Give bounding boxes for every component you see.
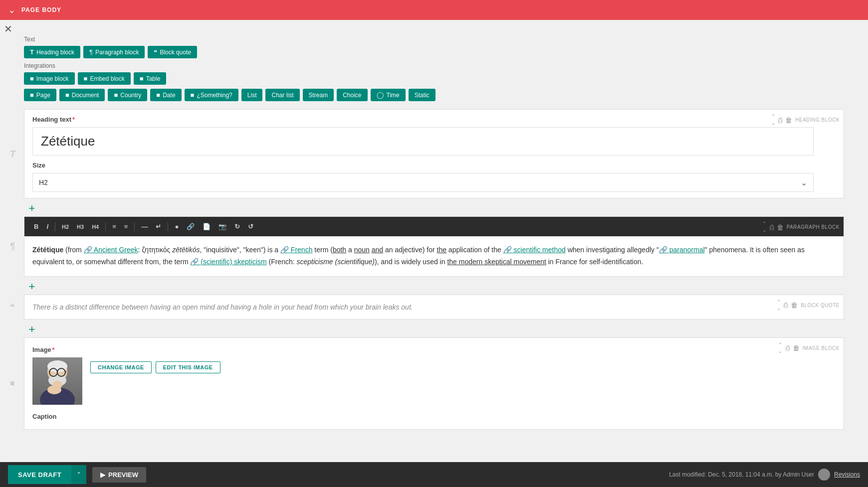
blockquote-updown[interactable]: ⌃ ⌄ — [777, 299, 781, 312]
paragraph-block-delete-icon[interactable]: 🗑 — [777, 223, 784, 231]
image-block-label-text: IMAGE BLOCK — [803, 345, 840, 351]
choice-block-btn[interactable]: Choice — [337, 89, 367, 101]
french-link[interactable]: 🔗 French — [280, 246, 312, 254]
integrations-blocks-row: ■ Image block ■ Embed block ■ Table — [24, 72, 852, 85]
chevron-up-icon[interactable]: ⌃ — [771, 114, 776, 120]
image-block-copy-icon[interactable]: ⎙ — [786, 344, 790, 352]
page-icon: ■ — [30, 91, 34, 99]
add-block-button-3[interactable]: + — [26, 324, 38, 335]
image-insert-button[interactable]: 📷 — [215, 221, 230, 232]
blockquote-side-icon: ❝ — [10, 302, 15, 313]
image-controls: CHANGE IMAGE EDIT THIS IMAGE — [90, 361, 220, 373]
image-block-delete-icon[interactable]: 🗑 — [793, 344, 800, 352]
document-block-btn[interactable]: ■ Document — [59, 89, 105, 101]
para-chevron-up-icon[interactable]: ⌃ — [762, 221, 767, 227]
close-button[interactable]: ✕ — [4, 24, 12, 34]
country-icon: ■ — [114, 91, 118, 99]
list-block-btn[interactable]: List — [241, 89, 263, 101]
heading-block-label-text: HEADING BLOCK — [795, 117, 840, 123]
heading-block-delete-icon[interactable]: 🗑 — [785, 116, 792, 124]
add-block-area-3: + — [24, 324, 844, 333]
image-block-content: Image* — [24, 338, 844, 413]
edit-image-button[interactable]: EDIT THIS IMAGE — [156, 361, 220, 373]
paragraph-block-copy-icon[interactable]: ⎙ — [770, 223, 774, 231]
hr-button[interactable]: — — [138, 221, 151, 232]
embed-block-btn[interactable]: ■ Embed block — [78, 72, 131, 85]
scientific-method-link[interactable]: 🔗 scientific method — [503, 246, 566, 254]
date-block-btn[interactable]: ■ Date — [150, 89, 181, 101]
blockquote-block-btn[interactable]: ❝ Block quote — [148, 46, 197, 58]
add-block-button-1[interactable]: + — [26, 202, 38, 214]
person-image-svg — [32, 357, 82, 405]
date-icon: ■ — [156, 91, 160, 99]
h4-button[interactable]: H4 — [88, 222, 102, 232]
enter-button[interactable]: ↵ — [152, 221, 165, 232]
static-block-btn[interactable]: Static — [409, 89, 435, 101]
quote-chevron-down-icon[interactable]: ⌄ — [777, 306, 781, 312]
paragraph-block-btn[interactable]: ¶ Paragraph block — [83, 46, 145, 58]
add-block-button-2[interactable]: + — [26, 281, 38, 293]
paragraph-content[interactable]: Zététique (from 🔗 Ancient Greek: ζητητικ… — [24, 236, 844, 276]
blockquote-copy-icon[interactable]: ⎙ — [784, 301, 788, 309]
chevron-down-icon[interactable]: ⌄ — [771, 120, 776, 126]
collapse-icon[interactable]: ⌄ — [8, 4, 15, 15]
size-field: Size H2 H1 H3 H4 H5 H6 ⌄ — [32, 162, 814, 192]
page-block-btn[interactable]: ■ Page — [24, 89, 56, 101]
something-block-btn[interactable]: ■ ¿Something? — [185, 89, 238, 101]
h3-button[interactable]: H3 — [73, 222, 87, 232]
file-button[interactable]: 📄 — [199, 221, 214, 232]
image-block-updown[interactable]: ⌃ ⌄ — [778, 342, 783, 354]
paragraph-block-updown[interactable]: ⌃ ⌄ — [762, 221, 767, 233]
reload-button[interactable]: ● — [171, 221, 182, 232]
paranormal-link[interactable]: 🔗 paranormal — [659, 246, 705, 254]
image-block-label-area: ⌃ ⌄ ⎙ 🗑 IMAGE BLOCK — [778, 342, 840, 354]
image-main-area: CHANGE IMAGE EDIT THIS IMAGE — [32, 357, 836, 405]
heading-block-copy-icon[interactable]: ⎙ — [778, 116, 782, 124]
heading-block: Heading text* Size H2 H1 H3 H4 H5 — [24, 109, 844, 198]
bold-button[interactable]: B — [30, 221, 42, 232]
paragraph-block-label-text: PARAGRAPH BLOCK — [787, 224, 840, 230]
para-chevron-down-icon[interactable]: ⌄ — [762, 227, 767, 233]
redo-button[interactable]: ↺ — [244, 221, 257, 232]
caption-label: Caption — [32, 413, 836, 420]
size-select-wrapper: H2 H1 H3 H4 H5 H6 ⌄ — [32, 173, 814, 192]
heading-icon: T — [30, 48, 34, 56]
heading-block-updown[interactable]: ⌃ ⌄ — [771, 114, 776, 126]
heading-text-input[interactable] — [32, 127, 814, 156]
ul-button[interactable]: ≡ — [109, 221, 120, 232]
top-bar: ⌄ PAGE BODY — [0, 0, 868, 20]
toolbar-divider-1 — [55, 222, 55, 231]
h2-button[interactable]: H2 — [58, 222, 72, 232]
table-block-btn[interactable]: ■ Table — [134, 72, 167, 85]
blockquote-delete-icon[interactable]: 🗑 — [791, 301, 798, 309]
image-buttons-area: CHANGE IMAGE EDIT THIS IMAGE — [90, 357, 220, 373]
toolbar-divider-4 — [168, 222, 168, 231]
italic-button[interactable]: I — [43, 221, 52, 232]
charlist-block-btn[interactable]: Char list — [265, 89, 299, 101]
stream-block-btn[interactable]: Stream — [303, 89, 334, 101]
blockquote-container: ❝ There is a distinct difference between… — [24, 295, 844, 320]
block-quote-block: There is a distinct difference between h… — [24, 295, 844, 320]
size-select[interactable]: H2 H1 H3 H4 H5 H6 — [33, 173, 813, 191]
skepticism-link[interactable]: 🔗 (scientific) skepticism — [190, 258, 266, 266]
content-area: T Heading text* Size H2 H1 H3 — [24, 109, 844, 430]
image-block-btn[interactable]: ■ Image block — [24, 72, 75, 85]
image-thumbnail — [32, 357, 82, 405]
more-blocks-row: ■ Page ■ Document ■ Country ■ Date ■ ¿So… — [24, 89, 852, 101]
change-image-button[interactable]: CHANGE IMAGE — [90, 361, 152, 373]
undo-button[interactable]: ↻ — [231, 221, 243, 232]
size-label: Size — [32, 162, 814, 169]
country-block-btn[interactable]: ■ Country — [108, 89, 147, 101]
link-button[interactable]: 🔗 — [183, 221, 198, 232]
time-block-btn[interactable]: ◯ Time — [371, 89, 406, 101]
paragraph-block: B I H2 H3 H4 ≡ ≡ — ↵ ● 🔗 📄 📷 — [24, 216, 844, 277]
paragraph-block-side-icon: ¶ — [10, 241, 15, 252]
ol-button[interactable]: ≡ — [121, 221, 132, 232]
img-chevron-up-icon[interactable]: ⌃ — [778, 342, 783, 348]
block-quote-content[interactable]: There is a distinct difference between h… — [24, 295, 844, 319]
blockquote-label-text: BLOCK QUOTE — [801, 303, 840, 308]
heading-block-btn[interactable]: T Heading block — [24, 46, 80, 58]
quote-chevron-up-icon[interactable]: ⌃ — [777, 299, 781, 305]
ancient-greek-link[interactable]: 🔗 Ancient Greek — [84, 246, 138, 254]
img-chevron-down-icon[interactable]: ⌄ — [778, 348, 783, 354]
